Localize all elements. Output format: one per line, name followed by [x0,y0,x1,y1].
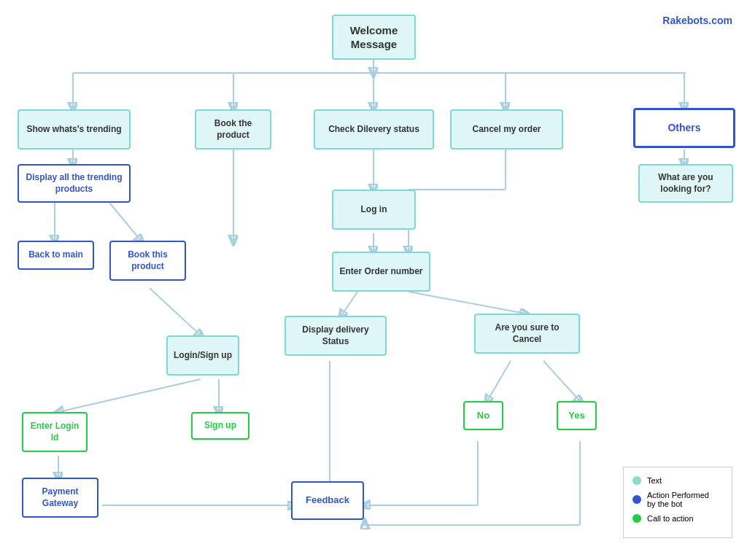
node-yes: Yes [557,401,597,430]
node-back-to-main: Back to main [18,241,94,270]
legend-dot-green [632,514,641,523]
svg-line-12 [58,379,201,412]
node-what-looking: What are you looking for? [638,164,733,203]
svg-line-9 [109,203,141,241]
node-sign-up: Sign up [191,412,249,440]
node-enter-login: Enter Login Id [22,412,88,452]
brand-label: Rakebots.com [662,15,732,26]
svg-line-24 [543,361,580,401]
legend-dot-cyan [632,476,641,485]
legend-action: Action Performed by the bot [632,491,723,508]
node-check-delivery: Check Dilevery status [314,109,434,149]
legend-cta-label: Call to action [647,514,694,523]
node-log-in: Log in [332,190,416,230]
node-welcome: Welcome Message [332,15,416,60]
svg-line-19 [409,292,525,314]
legend-dot-blue [632,495,641,504]
node-book-this: Book this product [109,241,186,281]
node-show-trending: Show whats's trending [18,109,131,149]
node-enter-order: Enter Order number [332,252,430,292]
legend-text: Text [632,476,723,485]
node-are-you-sure: Are you sure to Cancel [474,314,580,354]
node-display-trending: Display all the trending products [18,164,131,203]
node-others: Others [633,108,735,148]
legend: Text Action Performed by the bot Call to… [623,467,732,538]
node-cancel-order: Cancel my order [450,109,563,149]
legend-cta: Call to action [632,514,723,523]
node-book-product: Book the product [195,109,271,149]
svg-line-23 [487,361,511,401]
node-no: No [463,401,503,430]
legend-action-label: Action Performed by the bot [647,491,709,508]
svg-line-18 [341,292,357,316]
node-feedback: Feedback [291,481,364,520]
node-login-signup: Login/Sign up [166,335,239,376]
node-display-delivery: Display delivery Status [285,316,387,356]
legend-text-label: Text [647,476,662,485]
flowchart: Rakebots.com Welcome Message Show whats'… [0,0,747,560]
node-payment-gw: Payment Gateway [22,478,98,518]
svg-line-11 [150,288,201,335]
